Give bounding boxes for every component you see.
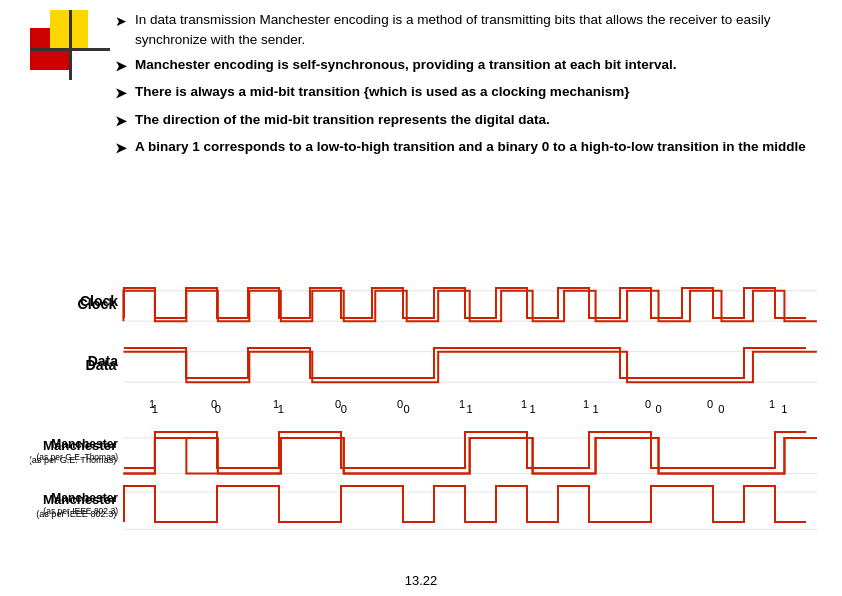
svg-text:0: 0: [335, 398, 341, 410]
svg-text:Manchester: Manchester: [51, 437, 118, 451]
manchester-ieee-waveform: [124, 486, 806, 522]
bullet-item-1: ➤ In data transmission Manchester encodi…: [115, 10, 822, 49]
svg-text:1: 1: [769, 398, 775, 410]
svg-text:1: 1: [149, 398, 155, 410]
bullet-arrow-1: ➤: [115, 11, 127, 31]
svg-text:0: 0: [211, 398, 217, 410]
bullet-item-5: ➤ A binary 1 corresponds to a low-to-hig…: [115, 137, 822, 158]
logo: [30, 10, 110, 80]
svg-text:1: 1: [521, 398, 527, 410]
bullet-item-3: ➤ There is always a mid-bit transition {…: [115, 82, 822, 103]
svg-text:0: 0: [645, 398, 651, 410]
bullet-arrow-4: ➤: [115, 111, 127, 131]
bullet-text-5: A binary 1 corresponds to a low-to-high …: [135, 137, 806, 157]
bullet-arrow-3: ➤: [115, 83, 127, 103]
logo-vertical-line: [69, 10, 72, 80]
bullet-text-3: There is always a mid-bit transition {wh…: [135, 82, 629, 102]
bullet-text-2: Manchester encoding is self-synchronous,…: [135, 55, 677, 75]
bullet-text-1: In data transmission Manchester encoding…: [135, 10, 822, 49]
content-area: ➤ In data transmission Manchester encodi…: [115, 10, 822, 164]
bullet-arrow-5: ➤: [115, 138, 127, 158]
page-number: 13.22: [405, 573, 438, 588]
bullet-item-4: ➤ The direction of the mid-bit transitio…: [115, 110, 822, 131]
bullet-list: ➤ In data transmission Manchester encodi…: [115, 10, 822, 158]
svg-text:1: 1: [273, 398, 279, 410]
clock-waveform: [124, 288, 806, 318]
svg-text:(as per IEEE 802.3): (as per IEEE 802.3): [43, 506, 118, 516]
data-waveform: [124, 348, 806, 378]
waveform-svg: Clock Data Manchester (as per G.E. Thoma…: [30, 270, 820, 535]
svg-text:0: 0: [397, 398, 403, 410]
svg-text:0: 0: [707, 398, 713, 410]
bullet-text-4: The direction of the mid-bit transition …: [135, 110, 550, 130]
svg-text:(as per G.E. Thomas): (as per G.E. Thomas): [36, 452, 118, 462]
bullet-item-2: ➤ Manchester encoding is self-synchronou…: [115, 55, 822, 76]
svg-text:Clock: Clock: [80, 293, 118, 309]
svg-text:1: 1: [583, 398, 589, 410]
svg-text:1: 1: [459, 398, 465, 410]
svg-text:Data: Data: [88, 353, 119, 369]
manchester-ge-waveform: [124, 432, 806, 468]
logo-horizontal-line: [30, 48, 110, 51]
bullet-arrow-2: ➤: [115, 56, 127, 76]
svg-text:Manchester: Manchester: [51, 491, 118, 505]
